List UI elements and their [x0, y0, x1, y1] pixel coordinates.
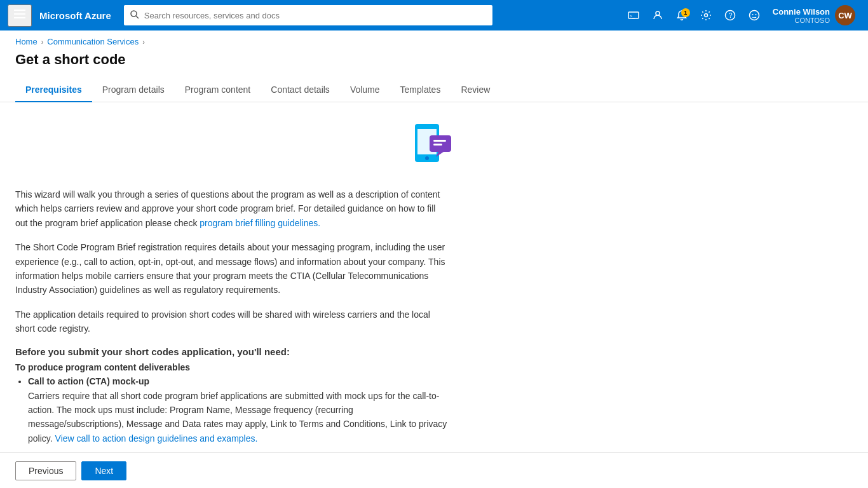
page-title: Get a short code	[0, 49, 868, 78]
footer-navigation: Previous Next	[0, 452, 868, 488]
feedback-button[interactable]	[743, 6, 765, 25]
prerequisites-content: This wizard will walk you through a seri…	[0, 102, 868, 488]
svg-point-7	[656, 11, 660, 15]
tab-bar: Prerequisites Program details Program co…	[0, 78, 868, 102]
svg-rect-2	[14, 17, 25, 18]
svg-point-8	[704, 14, 707, 17]
svg-text:>_: >_	[630, 14, 635, 19]
notification-badge: 1	[681, 8, 690, 17]
list-item-cta: Call to action (CTA) mock-up Carriers re…	[28, 376, 447, 446]
main-content: Home › Communication Services › Get a sh…	[0, 30, 868, 488]
tab-program-details[interactable]: Program details	[92, 78, 175, 102]
intro-paragraph-3: The application details required to prov…	[15, 308, 447, 336]
top-navigation: Microsoft Azure >_ 1 ? Connie Wilson	[0, 0, 868, 30]
breadcrumb-home[interactable]: Home	[15, 37, 37, 46]
username-label: Connie Wilson	[773, 7, 830, 17]
search-bar[interactable]	[124, 5, 492, 25]
breadcrumb-sep-1: ›	[41, 38, 44, 46]
svg-line-4	[136, 16, 139, 18]
hamburger-menu-button[interactable]	[8, 4, 32, 27]
search-icon	[130, 10, 139, 21]
svg-rect-19	[433, 140, 446, 142]
svg-rect-20	[433, 144, 442, 146]
tab-volume[interactable]: Volume	[340, 78, 390, 102]
program-brief-link[interactable]: program brief filling guidelines.	[200, 218, 320, 228]
intro-paragraph-2: The Short Code Program Brief registratio…	[15, 240, 447, 297]
svg-point-16	[425, 156, 429, 160]
previous-button[interactable]: Previous	[15, 461, 76, 480]
svg-text:?: ?	[728, 11, 732, 19]
tab-contact-details[interactable]: Contact details	[261, 78, 340, 102]
directory-button[interactable]	[647, 6, 668, 25]
search-input[interactable]	[144, 11, 486, 20]
help-button[interactable]: ?	[719, 6, 741, 25]
azure-logo: Microsoft Azure	[39, 10, 111, 21]
notifications-button[interactable]: 1	[671, 6, 693, 25]
next-button[interactable]: Next	[81, 461, 126, 480]
breadcrumb-communication-services[interactable]: Communication Services	[47, 37, 139, 46]
before-heading: Before you submit your short codes appli…	[15, 346, 447, 357]
svg-point-3	[131, 11, 137, 17]
org-label: CONTOSO	[795, 17, 830, 24]
svg-point-12	[752, 14, 753, 15]
tab-review[interactable]: Review	[451, 78, 500, 102]
tab-prerequisites[interactable]: Prerequisites	[15, 78, 92, 102]
avatar: CW	[835, 5, 855, 25]
topnav-actions: >_ 1 ? Connie Wilson CONTOSO CW	[623, 3, 860, 28]
svg-rect-1	[14, 13, 25, 15]
cta-title: Call to action (CTA) mock-up	[28, 376, 149, 386]
intro-paragraph-1: This wizard will walk you through a seri…	[15, 187, 447, 230]
produce-heading: To produce program content deliverables	[15, 362, 447, 372]
breadcrumb-sep-2: ›	[142, 38, 145, 46]
tab-program-content[interactable]: Program content	[175, 78, 261, 102]
cta-guidelines-link[interactable]: View call to action design guidelines an…	[55, 433, 258, 444]
tab-templates[interactable]: Templates	[390, 78, 451, 102]
breadcrumb: Home › Communication Services ›	[0, 30, 868, 49]
cloud-shell-button[interactable]: >_	[623, 6, 644, 25]
user-menu[interactable]: Connie Wilson CONTOSO CW	[768, 3, 860, 28]
svg-point-11	[749, 11, 759, 20]
hero-illustration	[15, 118, 853, 175]
svg-point-13	[755, 14, 756, 15]
settings-button[interactable]	[695, 6, 717, 25]
svg-rect-0	[14, 10, 25, 11]
cta-description: Carriers require that all short code pro…	[28, 389, 447, 446]
